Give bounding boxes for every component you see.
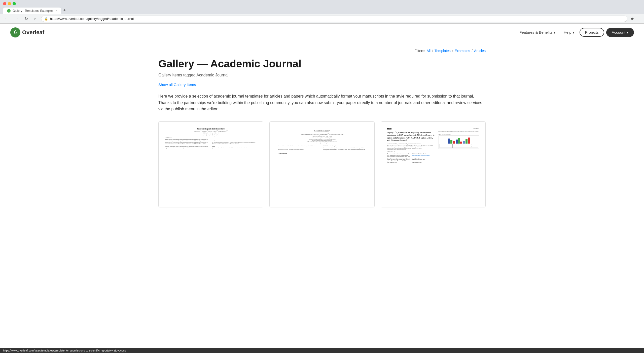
template-preview-content-2: Contribution Title* First Author1(0000-1… — [274, 126, 370, 203]
tab-favicon — [7, 9, 11, 13]
filter-templates[interactable]: Templates — [435, 49, 451, 53]
template-preview-2: Contribution Title* First Author1(0000-1… — [270, 122, 374, 207]
prev2-body: Abstract. The abstract should briefly su… — [278, 145, 366, 155]
sep1: / — [432, 49, 433, 53]
help-dropdown-icon: ▾ — [573, 30, 575, 35]
bookmark-button[interactable]: ★ — [630, 16, 634, 21]
new-tab-button[interactable]: + — [61, 7, 68, 14]
browser-chrome: Gallery - Templates, Examples × + — [0, 0, 644, 14]
main-content: Filters: All / Templates / Examples / Ar… — [146, 41, 498, 215]
browser-back-button[interactable]: ← — [3, 16, 10, 22]
overleaf-logo-icon: 6 — [10, 27, 21, 38]
page-description: Here we provide a selection of academic … — [158, 93, 486, 112]
address-bar-actions: ★ ⋮ — [630, 16, 641, 21]
prev3-header-right: Optics Letters — [473, 128, 479, 129]
filter-articles[interactable]: Articles — [474, 49, 486, 53]
filters-row: Filters: All / Templates / Examples / Ar… — [158, 49, 486, 53]
prev1-abstract-label: ABSTRACT — [165, 137, 257, 139]
tab-title: Gallery - Templates, Examples — [13, 9, 54, 13]
traffic-lights — [3, 2, 641, 5]
page-subtitle: Gallery Items tagged Academic Journal — [158, 73, 486, 77]
prev2-authors: First Author1(0000-1111-2222-3333), Seco… — [278, 133, 366, 137]
ssl-lock-icon: 🔒 — [44, 17, 48, 21]
prev3-affil: ¹Publications Department, The Optical So… — [387, 145, 436, 150]
sep2: / — [452, 49, 453, 53]
prev3-compiled: Compiled July 19, 2018 — [387, 151, 436, 152]
account-dropdown-icon: ▾ — [626, 30, 628, 35]
address-bar-row: ← → ↻ ⌂ 🔒 https://www.overleaf.com/galle… — [0, 14, 644, 24]
gallery-grid: Scientific Reports Title to see here Ali… — [158, 121, 486, 207]
page-title: Gallery — Academic Journal — [158, 58, 486, 70]
template-card-2[interactable]: Contribution Title* First Author1(0000-1… — [269, 121, 374, 207]
browser-menu-button[interactable]: ⋮ — [637, 16, 641, 21]
prev3-header: Letter Optics Letters — [387, 128, 479, 130]
browser-forward-button[interactable]: → — [13, 16, 20, 22]
prev3-authors: AUTHOR ONE1,2,3, AUTHOR TWO1,2, AND AUTH… — [387, 143, 436, 145]
main-navigation: 6 Overleaf Features & Benefits ▾ Help ▾ … — [0, 24, 644, 41]
projects-button[interactable]: Projects — [580, 28, 604, 37]
template-preview-1: Scientific Reports Title to see here Ali… — [159, 122, 263, 207]
prev1-authors: Alice Author1,2, Bob Author2, Christine … — [165, 130, 257, 132]
browser-refresh-button[interactable]: ↻ — [23, 16, 29, 22]
filters-label: Filters: — [415, 49, 425, 53]
prev2-title: Contribution Title* — [278, 130, 366, 132]
svg-text:6: 6 — [14, 29, 17, 35]
prev3-table: ABC 1 — [440, 144, 478, 148]
prev3-title: Legacy LATEX template for preparing an a… — [387, 131, 436, 142]
template-preview-content-1: Scientific Reports Title to see here Ali… — [163, 126, 259, 203]
overleaf-logo-text: Overleaf — [22, 29, 44, 36]
template-preview-3: Letter Optics Letters Legacy LATEX templ… — [381, 122, 485, 207]
features-dropdown-icon: ▾ — [554, 30, 556, 35]
browser-home-button[interactable]: ⌂ — [32, 16, 38, 22]
tab-bar: Gallery - Templates, Examples × + — [3, 7, 641, 14]
account-button[interactable]: Account ▾ — [606, 28, 634, 37]
show-all-link[interactable]: Show all Gallery Items — [158, 82, 196, 87]
minimize-window-button[interactable] — [8, 2, 11, 5]
template-card-3[interactable]: Letter Optics Letters Legacy LATEX templ… — [381, 121, 486, 207]
active-browser-tab[interactable]: Gallery - Templates, Examples × — [3, 8, 61, 14]
nav-links: Features & Benefits ▾ Help ▾ Projects Ac… — [516, 28, 634, 37]
close-window-button[interactable] — [3, 2, 6, 5]
prev3-body: This legacy template can be used to prep… — [387, 153, 436, 163]
address-bar[interactable]: 🔒 https://www.overleaf.com/gallery/tagge… — [41, 16, 627, 22]
prev2-affil: ¹ Princeton University, Princeton NJ 085… — [278, 137, 366, 144]
prev3-figure: ABC 1 — [439, 136, 479, 149]
tab-close-button[interactable]: × — [56, 9, 57, 12]
overleaf-logo[interactable]: 6 Overleaf — [10, 27, 44, 38]
url-text: https://www.overleaf.com/gallery/tagged/… — [50, 17, 624, 21]
prev1-title: Scientific Reports Title to see here — [165, 128, 257, 130]
prev1-body: Example Abstract. Abstract must not incl… — [165, 139, 257, 149]
prev3-header-left: Letter — [387, 128, 392, 129]
prev1-affil: ¹Affiliation, department, city, postcode… — [165, 133, 257, 137]
filter-examples[interactable]: Examples — [455, 49, 470, 53]
filter-all[interactable]: All — [427, 49, 431, 53]
help-button[interactable]: Help ▾ — [561, 28, 578, 37]
maximize-window-button[interactable] — [13, 2, 16, 5]
template-card-1[interactable]: Scientific Reports Title to see here Ali… — [158, 121, 263, 207]
template-preview-content-3: Letter Optics Letters Legacy LATEX templ… — [385, 126, 481, 203]
features-benefits-button[interactable]: Features & Benefits ▾ — [516, 28, 559, 37]
sep3: / — [472, 49, 473, 53]
